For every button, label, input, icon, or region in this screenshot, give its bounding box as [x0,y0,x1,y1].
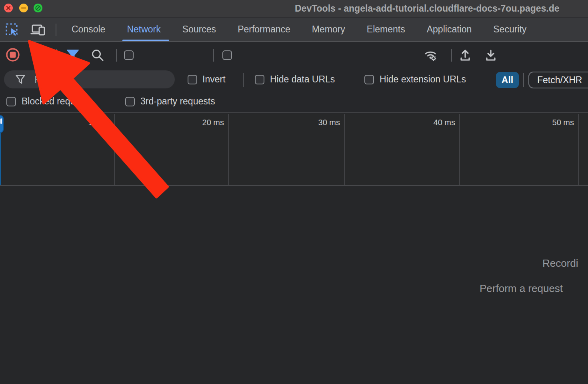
wifi-gear-icon [423,48,438,62]
gear-glyph [431,56,436,60]
network-options-row: Blocked requests 3rd-party requests [0,91,588,113]
filter-placeholder: Filter [34,74,56,85]
export-har-button[interactable] [483,48,498,62]
filter-separator [523,73,524,87]
funnel-icon [66,49,80,62]
devtools-window: DevTools - angela-add-tutorial.cloudflar… [0,0,588,384]
device-toolbar-icon [30,23,46,37]
preserve-log-checkbox[interactable] [124,50,134,60]
filter-input[interactable]: Filter [4,70,175,88]
timeline-tick: 50 ms [552,118,574,127]
clipped-tooltip-edge [0,133,1,185]
zoom-window-button[interactable] [34,4,42,12]
panel-tabs: Console Network Sources Performance Memo… [61,18,537,41]
hide-data-urls-label[interactable]: Hide data URLs [270,74,335,85]
hide-data-urls-checkbox[interactable] [255,75,264,84]
toggle-device-toolbar-button[interactable] [30,23,46,37]
request-type-filter-all[interactable]: All [496,72,519,88]
network-requests-panel[interactable]: Recordi Perform a request [0,187,588,384]
record-network-log-button[interactable] [5,48,20,62]
invert-label[interactable]: Invert [202,74,226,85]
tab-console[interactable]: Console [61,18,116,41]
active-tab-underline [122,40,169,41]
tab-memory[interactable]: Memory [301,18,356,41]
hide-extension-urls-checkbox[interactable] [364,75,374,84]
close-icon [4,4,13,12]
tab-elements[interactable]: Elements [356,18,416,41]
timeline-tick: 10 ms [88,118,110,127]
minimize-window-button[interactable] [19,4,28,12]
tab-application[interactable]: Application [416,18,483,41]
network-filter-row: Filter Invert Hide data URLs Hide extens… [0,68,588,91]
record-stop-icon [6,48,20,62]
toolbar-separator [451,49,452,62]
network-conditions-button[interactable] [423,48,438,62]
titlebar: DevTools - angela-add-tutorial.cloudflar… [0,0,588,18]
toolbar-separator [213,49,214,62]
network-overview-timeline[interactable]: 10 ms 20 ms 30 ms 40 ms 50 ms [0,114,588,186]
timeline-tick: 40 ms [434,118,455,127]
no-zoom-icon [34,4,42,12]
blocked-requests-label[interactable]: Blocked requests [22,96,92,107]
third-party-requests-checkbox[interactable] [125,97,135,106]
timeline-tick: 20 ms [202,118,224,127]
funnel-outline-icon [15,74,26,84]
hide-extension-urls-label[interactable]: Hide extension URLs [380,74,466,85]
network-toolbar: Preserve log Disable cache No throttling… [0,42,588,68]
upload-icon [458,48,472,62]
filter-toggle-button[interactable] [65,48,80,62]
toolbar-separator [56,49,57,62]
invert-checkbox[interactable] [188,75,197,84]
tabbar-separator [56,24,56,36]
filter-separator [243,73,244,87]
close-window-button[interactable] [4,4,13,12]
empty-state-perform-request-text: Perform a request [480,282,563,295]
clipped-tooltip-badge [0,115,4,133]
tab-network[interactable]: Network [116,18,171,41]
third-party-requests-label[interactable]: 3rd-party requests [140,96,215,107]
tab-security[interactable]: Security [482,18,537,41]
toolbar-separator [116,49,117,62]
request-type-filter-fetch-xhr[interactable]: Fetch/XHR [528,72,588,88]
import-har-button[interactable] [458,48,473,62]
inspect-element-button[interactable] [5,23,20,37]
clear-icon [32,48,45,62]
search-network-button[interactable] [90,48,105,62]
timeline-tick: 30 ms [318,118,340,127]
devtools-tabbar: Console Network Sources Performance Memo… [0,18,588,42]
minimize-icon [19,4,28,12]
blocked-requests-checkbox[interactable] [6,97,16,106]
download-icon [484,48,498,62]
tab-sources[interactable]: Sources [172,18,227,41]
tab-performance[interactable]: Performance [227,18,301,41]
search-icon [91,48,104,62]
disable-cache-checkbox[interactable] [222,50,232,60]
clear-network-log-button[interactable] [31,48,46,62]
empty-state-recording-text: Recordi [542,257,578,270]
inspect-cursor-icon [5,23,20,37]
window-title: DevTools - angela-add-tutorial.cloudflar… [295,3,560,14]
